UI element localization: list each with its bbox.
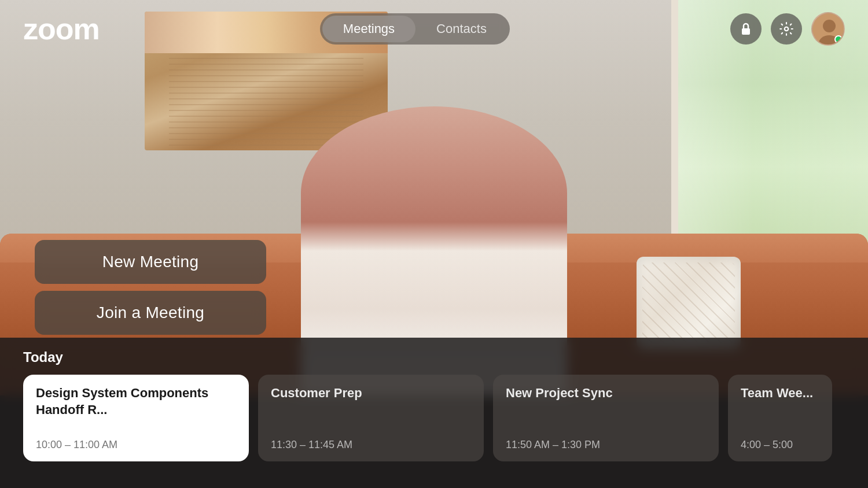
meeting-card-4[interactable]: Team Wee... 4:00 – 5:00 — [728, 375, 832, 461]
header-actions — [730, 12, 845, 46]
meeting-card-3[interactable]: New Project Sync 11:50 AM – 1:30 PM — [493, 375, 719, 461]
meeting-time-3: 11:50 AM – 1:30 PM — [506, 439, 706, 451]
tab-contacts[interactable]: Contacts — [415, 16, 507, 42]
meeting-time-4: 4:00 – 5:00 — [741, 439, 819, 451]
meeting-card-2[interactable]: Customer Prep 11:30 – 11:45 AM — [258, 375, 484, 461]
zoom-logo: zoom — [23, 12, 100, 46]
new-meeting-button[interactable]: New Meeting — [35, 240, 266, 284]
meeting-title-3: New Project Sync — [506, 385, 706, 402]
pillow — [637, 257, 741, 349]
header: zoom Meetings Contacts — [0, 0, 868, 58]
join-meeting-button[interactable]: Join a Meeting — [35, 291, 266, 335]
user-avatar[interactable] — [811, 12, 845, 46]
meetings-row: Design System Components Handoff R... 10… — [23, 375, 845, 461]
svg-point-1 — [785, 27, 789, 31]
today-label: Today — [23, 349, 845, 365]
svg-point-3 — [823, 20, 836, 32]
svg-rect-0 — [742, 28, 750, 35]
lock-button[interactable] — [730, 13, 762, 45]
action-buttons: New Meeting Join a Meeting — [35, 240, 266, 335]
online-status-dot — [834, 35, 843, 43]
meeting-time-1: 10:00 – 11:00 AM — [36, 439, 236, 451]
meeting-title-1: Design System Components Handoff R... — [36, 385, 236, 418]
nav-tabs: Meetings Contacts — [320, 13, 510, 45]
meeting-title-2: Customer Prep — [271, 385, 471, 402]
meeting-title-4: Team Wee... — [741, 385, 819, 402]
tab-meetings[interactable]: Meetings — [322, 16, 415, 42]
meeting-card-1[interactable]: Design System Components Handoff R... 10… — [23, 375, 249, 461]
settings-button[interactable] — [771, 13, 802, 45]
bottom-panel: Today Design System Components Handoff R… — [0, 338, 868, 488]
meeting-time-2: 11:30 – 11:45 AM — [271, 439, 471, 451]
